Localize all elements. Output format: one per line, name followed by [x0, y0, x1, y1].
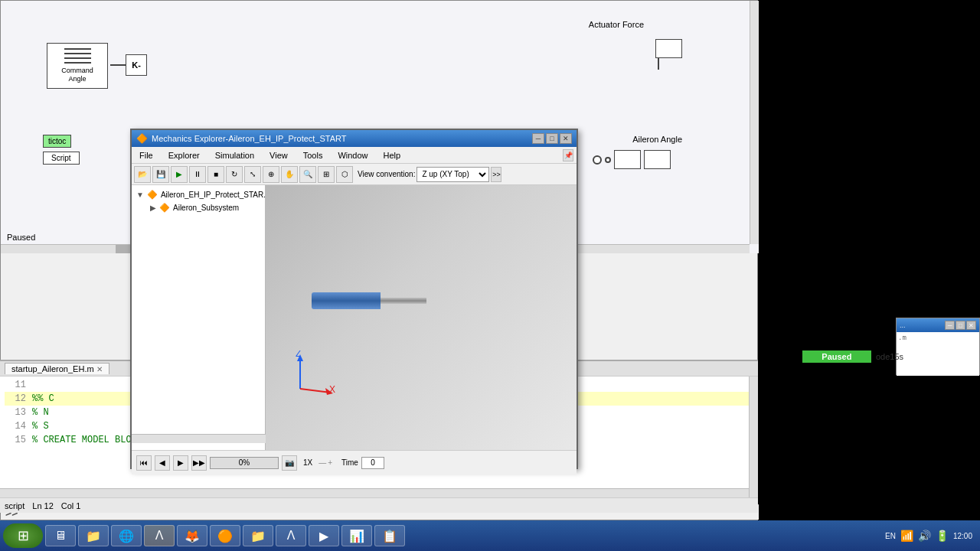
- mech-tb-zoom[interactable]: 🔍: [299, 166, 316, 183]
- mech-tb-open[interactable]: 📂: [134, 166, 151, 183]
- mech-tb-save[interactable]: 💾: [152, 166, 169, 183]
- sec-min-btn[interactable]: ─: [945, 321, 955, 330]
- mech-tb-more[interactable]: >>: [491, 167, 501, 182]
- ail-block-2[interactable]: [644, 150, 671, 169]
- pb-time-input[interactable]: [361, 457, 384, 469]
- taskbar: ⊞ 🖥 📁 🌐 Λ 🦊 🟠 📁 Λ ▶ 📊 📋 EN 📶 🔊 🔋 12:00: [0, 520, 980, 551]
- mech-menu-simulation[interactable]: Simulation: [211, 149, 259, 161]
- taskbar-explorer[interactable]: 🖥: [45, 525, 76, 546]
- taskbar-matlab2[interactable]: Λ: [276, 525, 306, 546]
- mech-tb-pause[interactable]: ⏸: [189, 166, 206, 183]
- mech-tree-panel: ▼ 🔶 Aileron_EH_IP_Protect_STAR... ▶ 🔶 Ai…: [132, 185, 266, 450]
- act-block-1[interactable]: [655, 39, 682, 58]
- mech-title-bar: 🔶 Mechanics Explorer-Aileron_EH_IP_Prote…: [132, 130, 577, 147]
- aileron-angle-label: Aileron Angle: [632, 135, 682, 144]
- tictoc-block[interactable]: tictoc: [43, 135, 71, 148]
- mech-tb-pan[interactable]: ✋: [281, 166, 298, 183]
- pb-speed: 1X: [303, 458, 312, 467]
- k-gain-block[interactable]: K-: [126, 54, 147, 76]
- tree-label-child: Aileron_Subsystem: [173, 204, 239, 212]
- pb-progress-bar[interactable]: 0%: [210, 457, 279, 469]
- sec-close-btn[interactable]: ✕: [966, 321, 976, 330]
- editor-h-scroll[interactable]: [0, 488, 749, 497]
- sec-max-btn[interactable]: □: [956, 321, 965, 330]
- command-angle-block[interactable]: CommandAngle: [47, 43, 108, 89]
- taskbar-play[interactable]: ▶: [309, 525, 339, 546]
- taskbar-other[interactable]: 📋: [374, 525, 405, 546]
- taskbar-files[interactable]: 📁: [78, 525, 109, 546]
- view-convention-label: View convention:: [358, 170, 415, 178]
- mech-tb-layout[interactable]: ⬡: [336, 166, 353, 183]
- paused-label: Paused: [7, 233, 35, 242]
- axis-indicator: Z X: [285, 350, 338, 404]
- pb-back[interactable]: ◀: [155, 455, 170, 471]
- taskbar-ppt[interactable]: 📊: [341, 525, 372, 546]
- paused-status-bar: Paused ode15s: [802, 350, 903, 363]
- editor-tab[interactable]: startup_Aileron_EH.m ✕: [5, 363, 109, 374]
- mech-tb-orbit[interactable]: ⊕: [263, 166, 279, 183]
- mech-menu-window[interactable]: Window: [333, 149, 372, 161]
- tree-item-child[interactable]: ▶ 🔶 Aileron_Subsystem: [135, 201, 262, 214]
- editor-ln: Ln 12: [32, 501, 54, 510]
- mech-tb-select[interactable]: ⤡: [244, 166, 261, 183]
- pb-play[interactable]: ▶: [173, 455, 188, 471]
- sec-window-title: ... ─ □ ✕: [897, 318, 979, 332]
- svg-text:Z: Z: [296, 350, 301, 359]
- taskbar-firefox[interactable]: 🦊: [177, 525, 207, 546]
- actuator-rod: [381, 298, 426, 304]
- aileron-angle-group: [593, 150, 671, 169]
- arrow-cmd-k: [110, 64, 126, 66]
- mech-menu-help[interactable]: Help: [379, 149, 406, 161]
- mech-tb-rotate[interactable]: ↻: [226, 166, 243, 183]
- editor-close-btn[interactable]: ✕: [96, 365, 103, 373]
- mech-3d-viewport[interactable]: Z X: [266, 185, 577, 450]
- tray-time: 12:00: [953, 532, 972, 540]
- start-button[interactable]: ⊞: [3, 523, 43, 548]
- mechanics-explorer-window: 🔶 Mechanics Explorer-Aileron_EH_IP_Prote…: [130, 129, 578, 469]
- pb-forward[interactable]: ▶▶: [191, 455, 207, 471]
- tree-expand-child: ▶: [150, 204, 156, 212]
- mech-tb-fitall[interactable]: ⊞: [318, 166, 335, 183]
- mech-close[interactable]: ✕: [560, 133, 572, 144]
- tree-expand-root: ▼: [136, 191, 144, 199]
- sum-block-2[interactable]: [605, 157, 611, 163]
- taskbar-folder2[interactable]: 📁: [243, 525, 273, 546]
- taskbar-vlc[interactable]: 🟠: [210, 525, 240, 546]
- mech-minimize[interactable]: ─: [532, 133, 544, 144]
- taskbar-matlab[interactable]: Λ: [144, 525, 175, 546]
- sec-window-content: .m: [897, 332, 979, 376]
- tray-battery: 🔋: [936, 530, 949, 542]
- mech-menu-file[interactable]: File: [135, 149, 158, 161]
- paused-indicator: Paused: [802, 350, 871, 363]
- mech-maximize[interactable]: □: [546, 133, 558, 144]
- tray-network: 📶: [900, 530, 913, 542]
- taskbar-tray: EN 📶 🔊 🔋 12:00: [885, 530, 977, 542]
- pb-camera[interactable]: 📷: [282, 455, 297, 471]
- mech-menu-view[interactable]: View: [265, 149, 292, 161]
- v-scrollbar[interactable]: [750, 1, 759, 244]
- editor-v-scroll[interactable]: [749, 377, 758, 497]
- tree-item-root[interactable]: ▼ 🔶 Aileron_EH_IP_Protect_STAR...: [135, 188, 262, 201]
- editor-filename: startup_Aileron_EH.m: [11, 364, 94, 373]
- tray-keyboard: EN: [885, 532, 896, 540]
- mech-tb-play[interactable]: ▶: [171, 166, 188, 183]
- taskbar-ie[interactable]: 🌐: [111, 525, 142, 546]
- tree-label-root: Aileron_EH_IP_Protect_STAR...: [161, 191, 266, 199]
- mech-menu-explorer[interactable]: Explorer: [164, 149, 204, 161]
- mech-pin-btn[interactable]: 📌: [563, 149, 573, 161]
- pb-first[interactable]: ⏮: [136, 455, 152, 471]
- editor-status-bar: script Ln 12 Col 1: [0, 497, 758, 513]
- pb-percent: 0%: [211, 458, 278, 468]
- sum-block[interactable]: [593, 155, 602, 165]
- mech-menu-tools[interactable]: Tools: [299, 149, 328, 161]
- view-convention-dropdown[interactable]: Z up (XY Top) Z up (XY Front) Y up (XZ F…: [416, 167, 489, 182]
- ail-block-1[interactable]: [614, 150, 641, 169]
- script-block[interactable]: Script: [43, 152, 80, 165]
- actuator-cylinder: [312, 292, 381, 309]
- mech-tree-h-scroll[interactable]: [132, 434, 266, 443]
- tray-volume: 🔊: [918, 530, 931, 542]
- mech-toolbar: 📂 💾 ▶ ⏸ ■ ↻ ⤡ ⊕ ✋ 🔍 ⊞ ⬡ View convention:…: [132, 164, 577, 185]
- editor-mode: script: [5, 501, 24, 510]
- mech-tb-stop[interactable]: ■: [207, 166, 224, 183]
- solver-label: ode15s: [876, 352, 903, 361]
